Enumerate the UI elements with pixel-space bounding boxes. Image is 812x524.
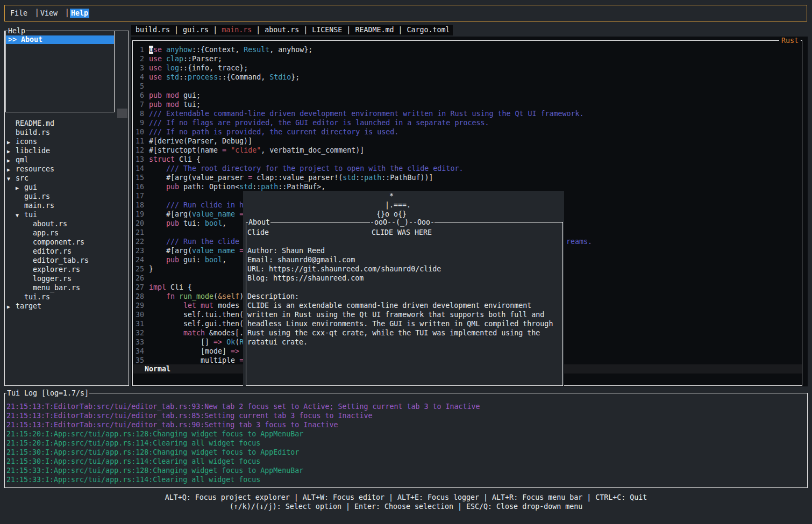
tree-item-menu_bar.rs[interactable]: menu_bar.rs	[5, 283, 128, 292]
tree-item-component.rs[interactable]: component.rs	[5, 238, 128, 247]
code-line-11[interactable]: #[derive(Parser, Debug)]	[149, 137, 584, 146]
code-line-6[interactable]: pub mod gui;	[149, 91, 584, 100]
code-line-8[interactable]: /// Extendable command-line driven devel…	[149, 109, 584, 118]
about-text-row: CLIDE is an extendable command-line driv…	[247, 301, 562, 310]
tree-item-label: qml	[16, 156, 29, 164]
log-line: 21:15:13:T:EditorTab:src/tui/editor_tab.…	[6, 411, 480, 420]
menu-item-view[interactable]: View	[40, 9, 58, 18]
menu-item-help[interactable]: Help	[70, 9, 89, 18]
line-number: 7	[133, 100, 144, 109]
code-line-16[interactable]: pub path: Option<std::path::PathBuf>,	[149, 182, 584, 191]
code-line-15[interactable]: #[arg(value_parser = clap::value_parser!…	[149, 173, 584, 182]
chevron-collapsed-icon[interactable]: ▶	[7, 165, 16, 174]
help-menu-item-about[interactable]: >> About	[6, 35, 114, 44]
tree-item-gui[interactable]: ▶gui	[5, 183, 128, 192]
tree-item-logger.rs[interactable]: logger.rs	[5, 274, 128, 283]
tree-item-README.md[interactable]: README.md	[5, 119, 128, 128]
tab-Cargo.toml[interactable]: Cargo.toml	[407, 26, 450, 34]
chevron-collapsed-icon[interactable]: ▶	[7, 147, 16, 156]
about-text-row: Rust using the cxx-qt crate, while the T…	[247, 328, 562, 338]
editor-mode: Normal	[145, 365, 170, 373]
line-number: 27	[133, 283, 144, 292]
line-number: 13	[133, 155, 144, 164]
code-line-13[interactable]: struct Cli {	[149, 155, 584, 164]
language-badge: Rust	[779, 37, 801, 45]
log-panel: Tui Log [log=1.7/s] 21:15:13:T:EditorTab…	[4, 393, 808, 488]
tree-item-tui.rs[interactable]: tui.rs	[5, 292, 128, 302]
log-line: 21:15:33:I:App:src/tui/app.rs:128:Changi…	[6, 466, 480, 475]
tree-item-src[interactable]: ▼src	[5, 174, 128, 183]
tab-gui.rs[interactable]: gui.rs	[183, 26, 209, 34]
tab-separator: |	[299, 26, 312, 34]
tree-item-icons[interactable]: ▶icons	[5, 137, 128, 146]
code-line-3[interactable]: use log::{info, trace};	[149, 63, 584, 73]
chevron-collapsed-icon[interactable]: ▶	[7, 156, 16, 165]
tree-item-label: src	[16, 174, 29, 182]
tree-item-gui.rs[interactable]: gui.rs	[5, 192, 128, 201]
help-dropdown-title: Help	[8, 26, 26, 35]
chevron-collapsed-icon[interactable]: ▶	[7, 302, 16, 311]
tab-about.rs[interactable]: about.rs	[265, 26, 299, 34]
chevron-expanded-icon[interactable]: ▼	[7, 174, 16, 183]
tree-item-editor_tab.rs[interactable]: editor_tab.rs	[5, 256, 128, 265]
about-banner-text: CLIDE WAS HERE	[372, 228, 432, 237]
line-number: 3	[133, 63, 144, 73]
tree-item-label: tui.rs	[24, 293, 50, 301]
line-number: 2	[133, 54, 144, 63]
line-number: 12	[133, 146, 144, 155]
code-line-10[interactable]: /// If no path is provided, the current …	[149, 127, 584, 137]
chevron-expanded-icon[interactable]: ▼	[16, 211, 24, 220]
about-text-row: written in Rust using the Qt UI framewor…	[247, 310, 562, 319]
code-line-5[interactable]	[149, 82, 584, 91]
tree-item-libclide[interactable]: ▶libclide	[5, 146, 128, 155]
log-line: 21:15:30:I:App:src/tui/app.rs:114:Cleari…	[6, 457, 480, 466]
line-number: 20	[133, 219, 144, 228]
tree-item-about.rs[interactable]: about.rs	[5, 219, 128, 228]
about-popup: About -ooO--(_)--Ooo- ClideCLIDE WAS HER…	[243, 191, 564, 386]
tree-item-build.rs[interactable]: build.rs	[5, 128, 128, 137]
tree-item-resources[interactable]: ▶resources	[5, 164, 128, 174]
tree-item-main.rs[interactable]: main.rs	[5, 201, 128, 210]
tab-build.rs[interactable]: build.rs	[136, 26, 170, 34]
tab-README.md[interactable]: README.md	[355, 26, 394, 34]
code-line-9[interactable]: /// If no flags are provided, the GUI ed…	[149, 118, 584, 127]
tree-item-label: editor_tab.rs	[33, 256, 89, 264]
line-number: 17	[133, 191, 144, 200]
explorer-scrollbar-thumb[interactable]	[117, 109, 127, 118]
line-number: 6	[133, 91, 144, 100]
line-number: 26	[133, 274, 144, 283]
chevron-collapsed-icon[interactable]: ▶	[16, 183, 24, 192]
line-number: 32	[133, 328, 144, 338]
log-line: 21:15:13:T:EditorTab:src/tui/editor_tab.…	[6, 402, 480, 411]
code-line-2[interactable]: use clap::Parser;	[149, 54, 584, 63]
tree-item-qml[interactable]: ▶qml	[5, 155, 128, 164]
about-text-row: Email: shaunrd0@gmail.com	[247, 255, 562, 264]
tree-item-target[interactable]: ▶target	[5, 302, 128, 311]
about-text-row: headless Linux environments. The GUI is …	[247, 319, 562, 328]
tree-item-explorer.rs[interactable]: explorer.rs	[5, 265, 128, 274]
line-number: 5	[133, 82, 144, 91]
tree-item-label: libclide	[16, 147, 50, 155]
code-line-7[interactable]: pub mod tui;	[149, 100, 584, 109]
tab-LICENSE[interactable]: LICENSE	[312, 26, 342, 34]
tree-item-label: main.rs	[24, 202, 54, 210]
code-line-4[interactable]: use std::process::{Command, Stdio};	[149, 73, 584, 82]
tab-separator: |	[209, 26, 222, 34]
code-line-1[interactable]: use anyhow::{Context, Result, anyhow};	[149, 45, 584, 54]
tree-item-editor.rs[interactable]: editor.rs	[5, 247, 128, 256]
app-window: File│View│Help build.rs | gui.rs | main.…	[0, 0, 812, 524]
code-line-12[interactable]: #[structopt(name = "clide", verbatim_doc…	[149, 146, 584, 155]
line-number: 29	[133, 301, 144, 310]
line-number: 23	[133, 246, 144, 255]
about-heading-row: ClideCLIDE WAS HERE	[247, 228, 562, 237]
code-line-14[interactable]: /// The root directory for the project t…	[149, 164, 584, 173]
tree-item-app.rs[interactable]: app.rs	[5, 228, 128, 238]
tree-item-label: resources	[16, 165, 54, 173]
log-line: 21:15:20:I:App:src/tui/app.rs:128:Changi…	[6, 429, 480, 439]
tree-item-tui[interactable]: ▼tui	[5, 210, 128, 219]
menu-item-file[interactable]: File	[10, 9, 27, 18]
line-number: 31	[133, 319, 144, 328]
tab-main.rs[interactable]: main.rs	[222, 26, 252, 34]
menu-bar: File│View│Help	[4, 5, 807, 21]
chevron-collapsed-icon[interactable]: ▶	[7, 138, 16, 147]
